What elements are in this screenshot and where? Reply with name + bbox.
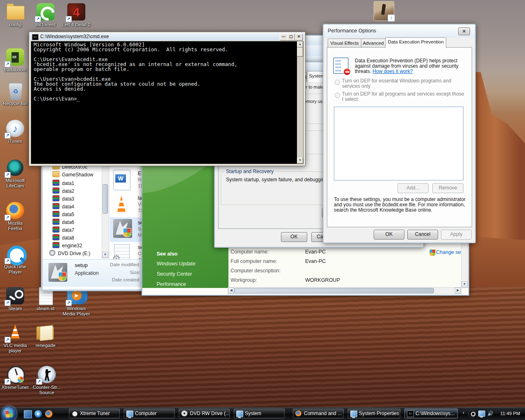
firefox-quicklaunch-icon[interactable] bbox=[45, 410, 52, 418]
dep-exceptions-listbox[interactable] bbox=[334, 107, 463, 180]
show-desktop-icon[interactable] bbox=[24, 410, 32, 418]
shortcut-arrow-icon: ↗ bbox=[35, 16, 41, 22]
recycle-bin-icon: ♻ bbox=[9, 83, 23, 100]
desktop-icon-firefox[interactable]: ↗ Mozilla Firefox bbox=[0, 201, 30, 231]
desktop-icon-left4dead2[interactable]: 4↗ Left 4 Dead 2 bbox=[61, 2, 91, 27]
minimize-button[interactable]: — bbox=[280, 34, 288, 41]
desktop-icon-itunes[interactable]: ♪↗ iTunes bbox=[0, 119, 30, 144]
tree-item[interactable]: DVD Drive (E:) bbox=[49, 250, 90, 257]
computer-name-value: Evan-PC bbox=[305, 249, 326, 255]
remove-button[interactable]: Remove bbox=[432, 183, 463, 193]
word-document-icon bbox=[113, 170, 130, 190]
shortcut-arrow-icon: ↗ bbox=[5, 337, 11, 343]
full-computer-name-value: Evan-PC bbox=[305, 258, 326, 264]
pane-divider bbox=[109, 158, 110, 259]
taskbar-clock[interactable]: 11:49 PM bbox=[500, 407, 520, 420]
scroll-right-icon[interactable]: ▶ bbox=[455, 288, 461, 294]
add-button[interactable]: Add... bbox=[397, 183, 429, 193]
tab-advanced[interactable]: Advanced bbox=[361, 39, 386, 48]
disc-icon bbox=[181, 411, 187, 416]
internet-explorer-icon[interactable]: e bbox=[34, 410, 42, 418]
taskbar-button-cmd[interactable]: C:\ C:\Windows\sys... bbox=[404, 409, 458, 418]
volume-tray-icon[interactable]: 🔊 bbox=[487, 411, 493, 416]
scroll-down-icon[interactable]: ▼ bbox=[297, 158, 303, 164]
console-output[interactable]: Microsoft Windows [Version 6.0.6002] Cop… bbox=[31, 41, 304, 164]
archive-icon bbox=[52, 234, 59, 240]
desktop-icon-recycle-bin[interactable]: ♻ Recycle Bin bbox=[0, 81, 30, 106]
desktop-icon-steam[interactable]: ↗ Steam bbox=[0, 286, 30, 311]
archive-icon bbox=[52, 226, 59, 233]
tree-item[interactable]: data8 bbox=[52, 234, 74, 242]
tree-item[interactable]: data1 bbox=[52, 180, 74, 187]
taskbar-button-command-and[interactable]: Command and ... bbox=[293, 409, 344, 418]
tree-item[interactable]: data5 bbox=[52, 211, 74, 218]
scroll-down-icon[interactable]: ▼ bbox=[102, 252, 108, 258]
tree-scrollbar[interactable]: ▼ bbox=[102, 163, 109, 258]
taskbar-button-system[interactable]: System bbox=[234, 409, 285, 418]
scroll-down-icon[interactable]: ▼ bbox=[461, 281, 468, 288]
tab-data-execution-prevention[interactable]: Data Execution Prevention bbox=[385, 37, 446, 48]
taskbar-button-dvd-drive[interactable]: DVD RW Drive (... bbox=[179, 409, 230, 418]
firefox-icon bbox=[295, 411, 301, 416]
details-field-label: Date modified: bbox=[92, 262, 140, 267]
taskbar-button-system-properties[interactable]: System Properties bbox=[348, 409, 400, 418]
horizontal-scrollbar[interactable]: ◀ ▶ bbox=[228, 287, 461, 294]
desktop-icon-counterstrike[interactable]: ↗ Counter-Str... Source bbox=[30, 365, 63, 395]
scrollbar-thumb[interactable] bbox=[297, 48, 303, 57]
tree-item[interactable]: data3 bbox=[52, 195, 74, 203]
desktop-icon-vlc[interactable]: ↗ VLC media player bbox=[0, 323, 30, 354]
shortcut-arrow-icon: ↗ bbox=[5, 258, 11, 264]
sidebar-link-security-center[interactable]: Security Center bbox=[157, 271, 192, 277]
desktop: config ↗ BitTorrent 4↗ Left 4 Dead 2 ↗ B… bbox=[0, 0, 525, 420]
tree-item[interactable]: data2 bbox=[52, 187, 74, 195]
desktop-icon-renegade[interactable]: renegade bbox=[30, 323, 61, 348]
computer-name-label: Computer name: bbox=[231, 249, 269, 255]
dep-essential-radio[interactable] bbox=[335, 80, 340, 85]
full-computer-name-label: Full computer name: bbox=[231, 258, 277, 264]
change-settings-link[interactable]: Change set bbox=[436, 249, 461, 255]
console-scrollbar[interactable]: ▲ ▼ bbox=[297, 41, 303, 164]
desktop-icon-bittorrent[interactable]: ↗ BitTorrent bbox=[30, 2, 61, 27]
taskbar-button-computer[interactable]: Computer bbox=[124, 409, 175, 418]
tree-item[interactable]: GameShadow bbox=[52, 171, 93, 178]
sidebar-link-performance[interactable]: Performance bbox=[157, 281, 186, 287]
desktop-icon-badaboom[interactable]: ↗ Badaboom bbox=[0, 48, 30, 73]
dialog-title-bar[interactable]: Performance Options bbox=[324, 25, 475, 38]
scrollbar-thumb[interactable] bbox=[234, 288, 434, 293]
taskbar-button-xtreme-tuner[interactable]: Xtreme Tuner bbox=[69, 409, 120, 418]
desktop-icon-xtremetuner[interactable]: ↗ XtremeTuner bbox=[0, 365, 30, 390]
ok-button[interactable]: OK bbox=[281, 232, 307, 242]
desktop-icon-config[interactable]: config bbox=[0, 2, 30, 27]
tree-item[interactable]: data7 bbox=[52, 226, 74, 234]
tree-item[interactable]: data4 bbox=[52, 203, 74, 210]
shortcut-arrow-icon: ↗ bbox=[5, 172, 11, 178]
desktop-icon-quicktime[interactable]: ↗ QuickTime Player bbox=[0, 244, 30, 275]
tree-item[interactable]: data6 bbox=[52, 219, 74, 226]
shortcut-arrow-icon: ↗ bbox=[5, 300, 11, 306]
close-button[interactable]: ✕ bbox=[295, 34, 303, 41]
ok-button[interactable]: OK bbox=[374, 230, 404, 240]
sidebar-link-windows-update[interactable]: Windows Update bbox=[157, 261, 196, 267]
performance-options-dialog: Performance Options ✕ Visual Effects Adv… bbox=[323, 24, 476, 243]
dialog-title: Performance Options bbox=[328, 28, 376, 34]
desktop-icon-media-file[interactable] bbox=[372, 1, 395, 21]
tab-visual-effects[interactable]: Visual Effects bbox=[328, 39, 361, 48]
dvd-drive-icon bbox=[49, 250, 55, 256]
scrollbar-thumb[interactable] bbox=[103, 184, 108, 214]
scroll-left-icon[interactable]: ◀ bbox=[228, 288, 234, 294]
cancel-button[interactable]: Cancel bbox=[407, 230, 438, 240]
close-button[interactable]: ✕ bbox=[458, 27, 470, 35]
maximize-button[interactable]: ▢ bbox=[287, 34, 295, 41]
dep-all-programs-radio[interactable] bbox=[335, 93, 340, 98]
network-tray-icon[interactable] bbox=[478, 411, 485, 417]
tray-expand-icon[interactable]: ‹ bbox=[463, 410, 464, 415]
apply-button[interactable]: Apply bbox=[441, 230, 472, 240]
tree-item[interactable]: engine32 bbox=[52, 242, 82, 249]
cmd-title-bar[interactable]: C:\ C:\Windows\system32\cmd.exe — ▢ ✕ bbox=[30, 33, 304, 41]
scroll-up-icon[interactable]: ▲ bbox=[297, 41, 303, 48]
steam-tray-icon[interactable] bbox=[468, 410, 476, 418]
how-does-it-work-link[interactable]: How does it work? bbox=[372, 68, 413, 74]
cmd-window: C:\ C:\Windows\system32\cmd.exe — ▢ ✕ Mi… bbox=[29, 32, 306, 166]
start-button[interactable] bbox=[2, 406, 16, 420]
desktop-icon-lifecam[interactable]: ↗ Microsoft LifeCam bbox=[0, 158, 30, 189]
